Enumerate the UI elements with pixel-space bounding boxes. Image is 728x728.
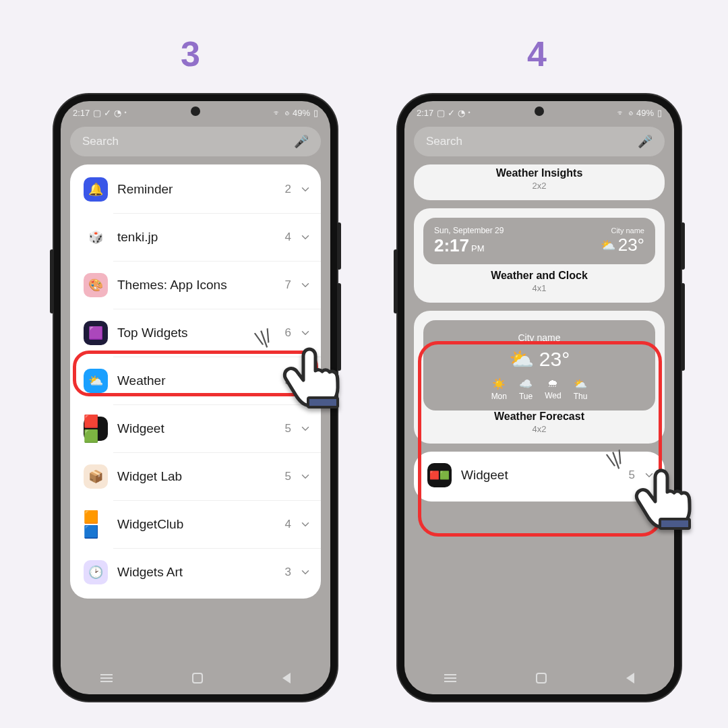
app-row-label: Widgets Art: [117, 565, 285, 580]
widget-app-row[interactable]: 🟥🟩Widgeet5: [70, 405, 321, 452]
preview-city: City name: [601, 226, 644, 235]
home-button[interactable]: [536, 673, 547, 684]
widget-card-weather-and-clock[interactable]: Sun, September 29 2:17PM City name ⛅23° …: [414, 208, 665, 303]
app-row-count: 5: [629, 468, 635, 482]
step-number-4: 4: [527, 34, 547, 74]
phone-step-4: 2:17▢ ✓ ◔• ᯤ ⊘49%▯ Search 🎤 Weather Insi…: [398, 94, 681, 701]
app-row-count: 5: [285, 422, 291, 435]
chevron-down-icon: [299, 518, 311, 530]
chevron-down-icon: [299, 471, 311, 483]
phone-step-3: 2:17▢ ✓ ◔• ᯤ ⊘49%▯ Search 🎤 🔔Reminder2🎲t…: [54, 94, 337, 701]
preview-city: City name: [434, 332, 644, 343]
widget-size: 4x1: [423, 283, 655, 293]
widget-search-input[interactable]: Search 🎤: [70, 127, 321, 156]
app-row-count: 6: [285, 326, 291, 340]
forecast-day: ☀️Mon: [491, 377, 507, 401]
widget-search-input[interactable]: Search 🎤: [414, 127, 665, 156]
chevron-down-icon: [299, 231, 311, 243]
chevron-down-icon: [299, 183, 311, 195]
app-row-label: Themes: App Icons: [117, 278, 285, 293]
widget-app-row[interactable]: 📦Widget Lab5: [70, 453, 321, 500]
widget-app-row[interactable]: 🟧🟦WidgetClub4: [70, 501, 321, 548]
app-row-count: 7: [285, 278, 291, 292]
chevron-down-icon: [299, 375, 311, 387]
widget-title: Weather Insights: [423, 167, 655, 179]
widget-size: 4x2: [423, 424, 655, 434]
app-icon: 🟪: [84, 321, 108, 345]
android-nav-bar: [404, 663, 674, 693]
widget-app-list: 🔔Reminder2🎲tenki.jp4🎨Themes: App Icons7🟪…: [70, 164, 321, 599]
widget-app-row[interactable]: ⛅Weather5: [70, 357, 321, 404]
chevron-down-icon: [643, 469, 655, 481]
app-row-label: WidgetClub: [117, 517, 285, 532]
widget-app-row[interactable]: 🟥🟩 Widgeet 5: [414, 452, 665, 502]
widget-app-row[interactable]: 🎨Themes: App Icons7: [70, 262, 321, 309]
app-row-count: 3: [285, 566, 291, 579]
app-icon: 🟧🟦: [84, 512, 108, 537]
widget-title: Weather Forecast: [423, 411, 655, 423]
search-placeholder: Search: [426, 135, 638, 148]
search-placeholder: Search: [82, 135, 294, 148]
forecast-day: ☁️Tue: [519, 377, 533, 401]
status-bar: 2:17▢ ✓ ◔• ᯤ ⊘49%▯: [61, 101, 330, 124]
app-row-count: 4: [285, 231, 291, 244]
widget-app-row[interactable]: 🎲tenki.jp4: [70, 214, 321, 261]
mic-icon[interactable]: 🎤: [294, 134, 309, 149]
forecast-day: 🌧Wed: [545, 377, 561, 401]
status-bar: 2:17▢ ✓ ◔• ᯤ ⊘49%▯: [404, 101, 674, 124]
chevron-down-icon: [299, 423, 311, 435]
app-row-label: Widget Lab: [117, 469, 285, 484]
app-row-count: 4: [285, 518, 291, 531]
app-icon: 📦: [84, 464, 108, 489]
widget-app-row[interactable]: 🔔Reminder2: [70, 166, 321, 213]
android-nav-bar: [61, 663, 330, 693]
app-icon: 🔔: [84, 177, 108, 202]
app-icon: 🕑: [84, 560, 108, 584]
forecast-day: ⛅Thu: [574, 377, 588, 401]
app-row-label: Weather: [117, 373, 285, 388]
preview-date: Sun, September 29: [434, 226, 504, 235]
app-row-count: 2: [285, 183, 291, 196]
chevron-down-icon: [299, 566, 311, 578]
widget-title: Weather and Clock: [423, 270, 655, 282]
recents-button[interactable]: [100, 674, 113, 682]
back-button[interactable]: [282, 673, 291, 684]
home-button[interactable]: [192, 673, 203, 684]
app-icon: 🎲: [84, 225, 108, 249]
widget-app-row[interactable]: 🟪Top Widgets6: [70, 309, 321, 357]
app-row-label: tenki.jp: [117, 230, 285, 245]
widget-size: 2x2: [423, 181, 655, 191]
app-icon: ⛅: [84, 369, 108, 393]
widget-card-weather-insights[interactable]: Weather Insights 2x2: [414, 164, 665, 200]
weather-icon: ⛅: [509, 347, 534, 371]
step-number-3: 3: [181, 34, 200, 74]
back-button[interactable]: [626, 673, 634, 684]
app-row-label: Top Widgets: [117, 326, 285, 340]
recents-button[interactable]: [444, 674, 456, 682]
widget-app-row[interactable]: 🕑Widgets Art3: [70, 549, 321, 596]
app-icon: 🟥🟩: [84, 417, 108, 441]
app-row-count: 5: [285, 470, 291, 483]
widget-card-weather-forecast[interactable]: City name ⛅23° ☀️Mon☁️Tue🌧Wed⛅Thu Weathe…: [414, 311, 665, 444]
mic-icon[interactable]: 🎤: [638, 134, 653, 149]
app-row-label: Widgeet: [117, 421, 285, 436]
app-row-count: 5: [285, 374, 291, 388]
app-icon: 🎨: [84, 273, 108, 297]
chevron-down-icon: [299, 279, 311, 291]
chevron-down-icon: [299, 327, 311, 339]
weather-icon: ⛅: [601, 238, 615, 253]
app-row-label: Reminder: [117, 182, 285, 197]
app-row-label: Widgeet: [461, 468, 629, 483]
